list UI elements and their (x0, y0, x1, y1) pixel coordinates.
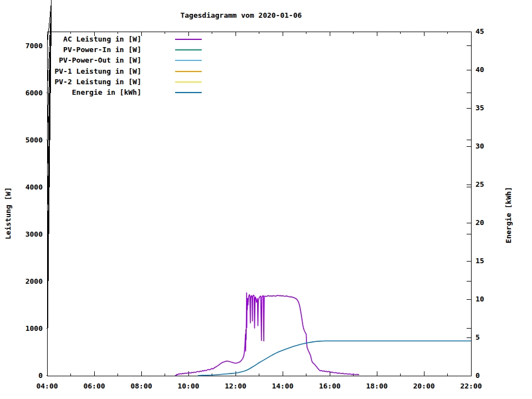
y2-tick-label: 35 (475, 104, 509, 112)
x-tick-label: 04:00 (28, 382, 66, 390)
legend-label: PV-Power-In in [W] (22, 45, 141, 55)
y2-tick-label: 10 (475, 295, 509, 304)
x-tick-label: 10:00 (169, 382, 208, 390)
series-line-ac-leistung-in-w (175, 293, 359, 375)
y2-tick-label: 40 (475, 65, 509, 74)
x-tick-label: 22:00 (452, 382, 490, 390)
y2-tick-label: 45 (475, 27, 509, 36)
y-tick-label: 1000 (0, 324, 43, 333)
legend-line-sample (175, 60, 202, 61)
x-tick-label: 06:00 (75, 382, 114, 390)
x-tick-label: 16:00 (310, 382, 349, 390)
legend-line-sample (175, 39, 202, 40)
y-tick-label: 5000 (0, 136, 43, 145)
x-tick-label: 14:00 (263, 382, 302, 390)
legend-label: AC Leistung in [W] (22, 34, 141, 44)
x-tick-label: 20:00 (405, 382, 443, 390)
x-tick-label: 12:00 (216, 382, 255, 390)
legend-line-sample (175, 49, 202, 50)
y2-tick-label: 30 (475, 142, 509, 151)
legend-line-sample (175, 92, 202, 93)
legend-label: Energie in [kWh] (22, 88, 141, 98)
legend-line-sample (175, 71, 202, 72)
legend-label: PV-Power-Out in [W] (22, 55, 141, 65)
y2-tick-label: 25 (475, 180, 509, 189)
legend-label: PV-1 Leistung in [W] (22, 66, 141, 76)
y2-tick-label: 5 (475, 333, 509, 342)
series-line-energie-in-kwh (198, 341, 471, 376)
y2-tick-label: 15 (475, 257, 509, 265)
y2-tick-label: 20 (475, 218, 509, 227)
x-tick-label: 08:00 (122, 382, 161, 390)
y2-axis-label: Energie [kWh] (504, 187, 513, 243)
legend-label: PV-2 Leistung in [W] (22, 77, 141, 87)
y2-tick-label: 0 (475, 371, 509, 380)
legend-line-sample (175, 81, 202, 83)
x-tick-label: 18:00 (357, 382, 396, 390)
chart-canvas: Tagesdiagramm vom 2020-01-06 Leistung [W… (0, 0, 532, 399)
y-tick-label: 0 (0, 371, 43, 380)
y-tick-label: 3000 (0, 230, 43, 239)
chart-title: Tagesdiagramm vom 2020-01-06 (180, 11, 301, 19)
y-tick-label: 2000 (0, 277, 43, 286)
y-tick-label: 4000 (0, 183, 43, 192)
